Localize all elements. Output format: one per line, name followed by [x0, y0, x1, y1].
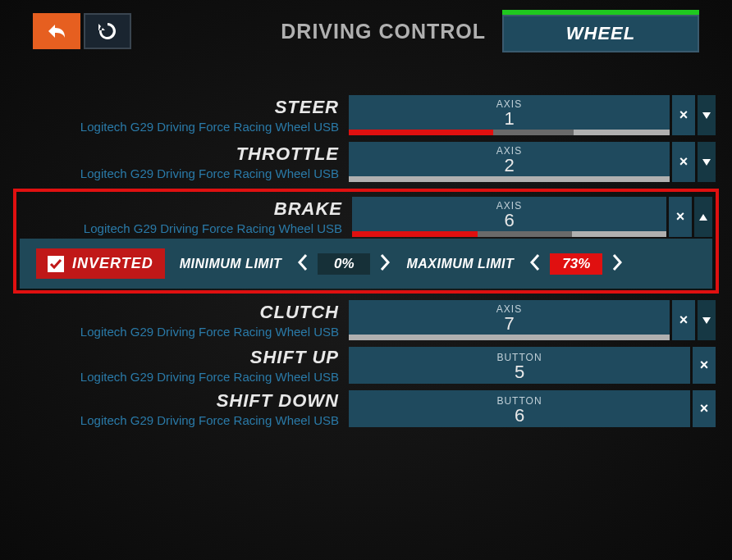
binding-label: CLUTCH [16, 302, 339, 323]
axis-box[interactable]: BUTTON6 [349, 390, 690, 427]
axis-value: 2 [504, 157, 514, 175]
clear-button[interactable]: × [693, 390, 716, 427]
tab-wheel[interactable]: WHEEL [502, 10, 699, 52]
expand-button[interactable] [698, 300, 716, 340]
axis-value: 6 [515, 407, 524, 425]
axis-bar [352, 231, 666, 237]
clear-button[interactable]: × [672, 95, 695, 135]
expand-button[interactable] [694, 197, 712, 237]
binding-label: BRAKE [20, 198, 342, 220]
axis-value: 5 [515, 363, 524, 381]
inverted-checkbox[interactable] [48, 256, 64, 272]
binding-row-steer: STEERLogitech G29 Driving Force Racing W… [16, 95, 716, 135]
binding-row-throttle: THROTTLELogitech G29 Driving Force Racin… [16, 142, 716, 182]
binding-label: SHIFT DOWN [16, 390, 339, 412]
binding-row-shift-up: SHIFT UPLogitech G29 Driving Force Racin… [16, 347, 716, 384]
max-limit-increase[interactable] [611, 253, 624, 275]
binding-row-brake: BRAKELogitech G29 Driving Force Racing W… [13, 189, 719, 294]
min-limit-value: 0% [318, 253, 370, 275]
max-limit-label: MAXIMUM LIMIT [406, 257, 514, 271]
axis-box[interactable]: BUTTON5 [349, 347, 690, 384]
clear-button[interactable]: × [669, 197, 692, 237]
axis-box[interactable]: AXIS6 [352, 197, 666, 237]
axis-bar-mid [493, 130, 574, 135]
clear-button[interactable]: × [693, 347, 716, 384]
expand-button[interactable] [698, 95, 716, 135]
axis-box[interactable]: AXIS1 [349, 95, 670, 135]
axis-bar [349, 335, 670, 340]
clear-button[interactable]: × [672, 142, 695, 182]
min-limit-label: MINIMUM LIMIT [180, 257, 282, 271]
clear-button[interactable]: × [672, 300, 695, 340]
binding-device: Logitech G29 Driving Force Racing Wheel … [16, 120, 339, 134]
axis-value: 1 [504, 110, 514, 128]
binding-label: THROTTLE [16, 143, 339, 165]
binding-device: Logitech G29 Driving Force Racing Wheel … [16, 325, 339, 339]
binding-label: STEER [16, 97, 339, 118]
expanded-settings: INVERTEDMINIMUM LIMIT0%MAXIMUM LIMIT73% [20, 239, 712, 289]
binding-row-shift-down: SHIFT DOWNLogitech G29 Driving Force Rac… [16, 390, 716, 427]
refresh-icon [95, 19, 120, 43]
axis-bar-fill [349, 130, 493, 135]
undo-icon [43, 20, 70, 43]
axis-box[interactable]: AXIS2 [349, 142, 670, 182]
refresh-button[interactable] [84, 13, 131, 49]
axis-bar-mid [478, 231, 572, 237]
expand-button[interactable] [698, 142, 716, 182]
page-title: DRIVING CONTROL [135, 20, 486, 43]
undo-button[interactable] [33, 13, 80, 49]
binding-label: SHIFT UP [16, 347, 339, 368]
axis-value: 7 [504, 315, 514, 333]
max-limit-value: 73% [550, 253, 602, 275]
max-limit-decrease[interactable] [528, 253, 542, 275]
binding-row-clutch: CLUTCHLogitech G29 Driving Force Racing … [16, 300, 716, 340]
tab-wheel-label: WHEEL [502, 15, 699, 52]
axis-bar [349, 130, 670, 135]
min-limit-increase[interactable] [378, 253, 391, 275]
binding-device: Logitech G29 Driving Force Racing Wheel … [16, 370, 339, 384]
inverted-toggle[interactable]: INVERTED [36, 248, 165, 279]
binding-device: Logitech G29 Driving Force Racing Wheel … [16, 413, 339, 427]
min-limit-decrease[interactable] [296, 253, 309, 275]
axis-bar-fill [352, 231, 478, 237]
axis-value: 6 [504, 212, 514, 230]
binding-device: Logitech G29 Driving Force Racing Wheel … [20, 221, 342, 235]
binding-device: Logitech G29 Driving Force Racing Wheel … [16, 166, 339, 180]
axis-bar [349, 176, 670, 182]
inverted-label: INVERTED [72, 255, 153, 272]
axis-box[interactable]: AXIS7 [349, 300, 670, 340]
